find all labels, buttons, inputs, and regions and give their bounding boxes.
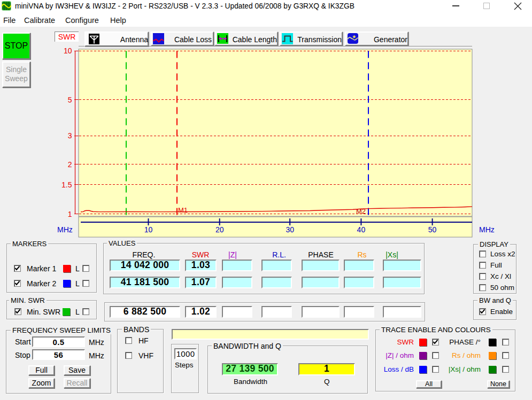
svg-text:M1: M1 (178, 206, 188, 214)
svg-text:MHz: MHz (479, 225, 495, 234)
svg-text:2: 2 (68, 160, 72, 169)
svg-text:1: 1 (68, 210, 72, 218)
svg-text:M2: M2 (356, 207, 366, 215)
svg-text:5: 5 (68, 96, 72, 104)
svg-text:20: 20 (215, 225, 224, 234)
svg-text:50: 50 (428, 225, 437, 234)
svg-text:3: 3 (68, 131, 72, 140)
svg-text:MHz: MHz (57, 225, 73, 234)
svg-text:1.5: 1.5 (61, 181, 72, 189)
svg-text:10: 10 (64, 47, 72, 55)
svg-text:30: 30 (286, 225, 294, 234)
svg-text:40: 40 (357, 225, 366, 234)
svg-text:10: 10 (144, 225, 153, 234)
